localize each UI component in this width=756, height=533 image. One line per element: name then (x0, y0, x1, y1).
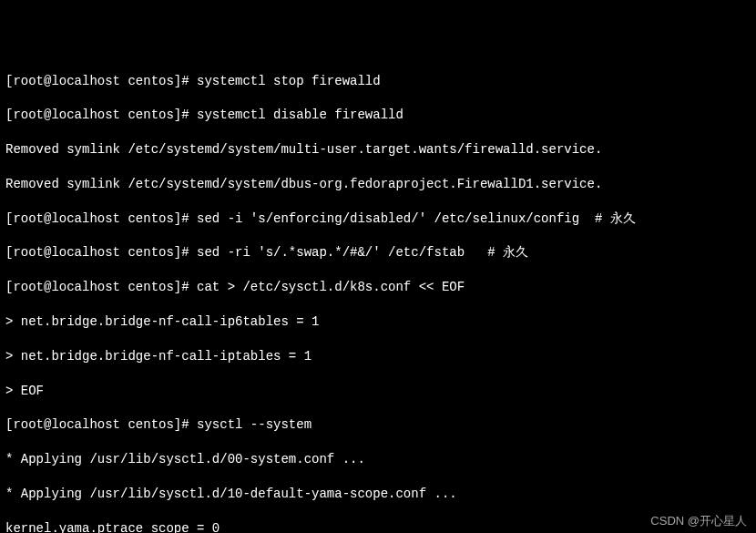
terminal-line: * Applying /usr/lib/sysctl.d/00-system.c… (5, 451, 751, 468)
terminal-line: > net.bridge.bridge-nf-call-iptables = 1 (5, 348, 751, 365)
terminal-line: [root@localhost centos]# systemctl stop … (5, 73, 751, 90)
terminal-line: [root@localhost centos]# sed -ri 's/.*sw… (5, 244, 751, 261)
terminal-line: [root@localhost centos]# sed -i 's/enfor… (5, 210, 751, 228)
terminal-line: [root@localhost centos]# sysctl --system (5, 416, 751, 434)
terminal-line: [root@localhost centos]# systemctl disab… (5, 107, 751, 124)
terminal-line: > EOF (5, 383, 751, 400)
terminal-line: * Applying /usr/lib/sysctl.d/10-default-… (5, 486, 751, 503)
terminal-line: Removed symlink /etc/systemd/system/dbus… (5, 176, 751, 193)
terminal-line: kernel.yama.ptrace_scope = 0 (5, 520, 751, 533)
terminal-line: > net.bridge.bridge-nf-call-ip6tables = … (5, 313, 751, 331)
terminal-line: [root@localhost centos]# cat > /etc/sysc… (5, 279, 751, 296)
terminal-line: Removed symlink /etc/systemd/system/mult… (5, 141, 751, 159)
watermark-text: CSDN @开心星人 (650, 513, 747, 529)
